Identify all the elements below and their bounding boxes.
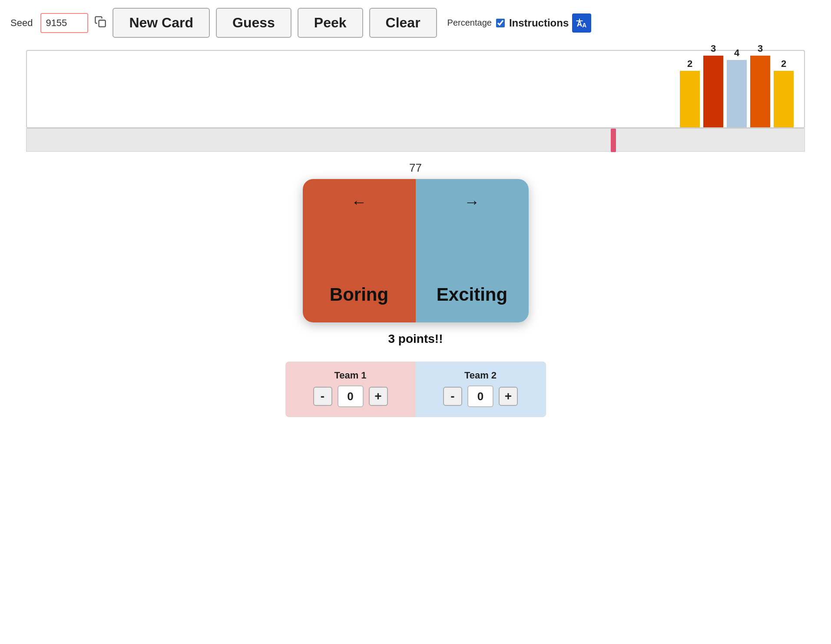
bar-rect-2 xyxy=(727,60,747,127)
left-arrow: ← xyxy=(351,193,367,211)
seed-label: Seed xyxy=(10,17,33,29)
bar-rect-3 xyxy=(750,56,770,127)
instructions-label: Instructions xyxy=(509,17,569,29)
bar-item-3: 3 xyxy=(748,43,772,127)
team1-score-row: - 0 + xyxy=(313,385,388,407)
peek-button[interactable]: Peek xyxy=(298,8,363,38)
points-text: 3 points!! xyxy=(0,332,831,346)
left-word: Boring xyxy=(330,284,388,305)
card-container: ← Boring → Exciting xyxy=(0,179,831,322)
right-arrow: → xyxy=(464,193,480,211)
card[interactable]: ← Boring → Exciting xyxy=(303,179,529,322)
bar-rect-4 xyxy=(774,71,794,127)
bar-rect-1 xyxy=(703,56,723,127)
team1-score: 0 xyxy=(338,385,364,407)
score-label: 77 xyxy=(0,161,831,175)
team1-label: Team 1 xyxy=(334,370,366,381)
timeline-marker xyxy=(611,129,616,152)
bar-item-2: 4 xyxy=(725,47,748,127)
team1-minus-button[interactable]: - xyxy=(313,387,332,406)
team2-label: Team 2 xyxy=(464,370,497,381)
bar-label-4: 2 xyxy=(781,58,786,70)
clear-button[interactable]: Clear xyxy=(369,8,437,38)
team2-box: Team 2 - 0 + xyxy=(416,362,546,417)
bar-label-0: 2 xyxy=(687,58,692,70)
right-word: Exciting xyxy=(437,284,507,305)
seed-input[interactable] xyxy=(40,13,88,33)
team2-plus-button[interactable]: + xyxy=(499,387,518,406)
translate-icon: A A xyxy=(572,13,591,33)
scoreboard: Team 1 - 0 + Team 2 - 0 + xyxy=(0,362,831,417)
bar-label-2: 4 xyxy=(734,47,739,59)
card-left[interactable]: ← Boring xyxy=(303,179,416,322)
bars-container: 23432 xyxy=(678,53,795,127)
bar-item-0: 2 xyxy=(678,58,702,127)
svg-rect-0 xyxy=(99,20,106,27)
timeline-section[interactable] xyxy=(26,128,805,152)
instructions-button[interactable]: Instructions A A xyxy=(509,13,591,33)
bar-item-1: 3 xyxy=(702,43,725,127)
team2-minus-button[interactable]: - xyxy=(443,387,462,406)
team1-plus-button[interactable]: + xyxy=(369,387,388,406)
bar-label-1: 3 xyxy=(711,43,716,54)
card-right[interactable]: → Exciting xyxy=(416,179,529,322)
percentage-label: Percentage xyxy=(447,18,492,28)
chart-section: 23432 xyxy=(26,50,805,128)
bar-item-4: 2 xyxy=(772,58,795,127)
new-card-button[interactable]: New Card xyxy=(113,8,210,38)
team2-score-row: - 0 + xyxy=(443,385,518,407)
percentage-checkbox[interactable] xyxy=(496,19,505,27)
copy-icon[interactable] xyxy=(94,16,106,30)
header: Seed New Card Guess Peek Clear Percentag… xyxy=(0,0,831,46)
bar-label-3: 3 xyxy=(758,43,763,54)
team2-score: 0 xyxy=(467,385,493,407)
svg-text:A: A xyxy=(582,22,586,29)
header-right: Percentage Instructions A A xyxy=(447,13,592,33)
bar-rect-0 xyxy=(680,71,700,127)
guess-button[interactable]: Guess xyxy=(216,8,291,38)
team1-box: Team 1 - 0 + xyxy=(285,362,416,417)
